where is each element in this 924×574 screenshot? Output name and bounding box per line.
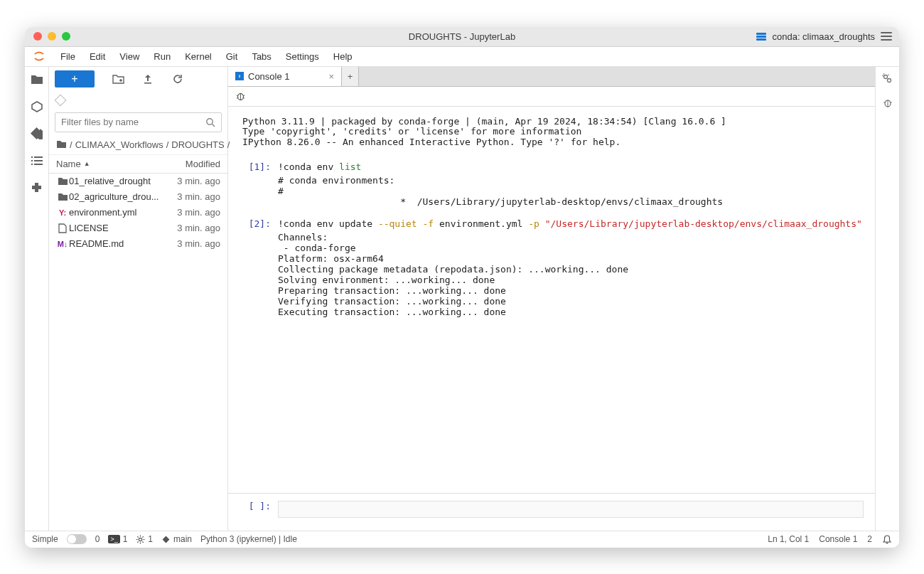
svg-point-26 [139,538,142,541]
upload-button[interactable] [141,73,154,85]
cell-code: !conda env update --quiet -f environment… [278,219,862,230]
folder-icon [56,193,69,201]
filebrowser-item[interactable]: 01_relative_drought 3 min. ago [49,174,227,189]
new-tab-button[interactable]: + [342,67,359,86]
console-cell: [1]: !conda env list [240,162,864,173]
svg-rect-11 [144,83,151,84]
breadcrumb-item[interactable]: DROUGHTS [171,139,224,150]
running-tab-icon[interactable] [30,100,44,114]
console-icon: › [235,72,244,80]
filebrowser-item[interactable]: Y: environment.yml 3 min. ago [49,205,227,220]
menu-tabs[interactable]: Tabs [245,48,278,65]
bell-icon[interactable] [882,534,892,544]
svg-line-18 [237,97,238,98]
toc-tab-icon[interactable] [30,154,44,168]
mode-label: Simple [32,534,58,544]
menu-git[interactable]: Git [219,48,245,65]
jupyter-logo-icon [32,49,46,63]
sort-asc-icon: ▲ [84,160,90,167]
cell-code: !conda env list [278,162,361,173]
filebrowser-header-modified[interactable]: Modified [166,159,227,169]
extensions-tab-icon[interactable] [30,181,44,195]
svg-line-33 [138,541,139,542]
status-tabs[interactable]: 0 [95,534,100,544]
console-output[interactable]: Python 3.11.9 | packaged by conda-forge … [228,107,875,493]
folder-icon[interactable] [56,140,67,149]
statusbar: Simple 0 >_ 1 1 main Python 3 (ipykernel… [25,531,899,548]
debugger-icon[interactable] [882,97,893,109]
breadcrumbs: / CLIMAAX_Workflows / DROUGHTS / [49,135,227,155]
console-toolbar [228,87,875,107]
menu-file[interactable]: File [53,48,82,65]
filebrowser-item[interactable]: LICENSE 3 min. ago [49,220,227,236]
filebrowser-git-row [49,91,227,110]
git-tab-icon[interactable] [30,127,44,141]
file-name: environment.yml [69,207,163,218]
svg-line-13 [212,124,215,127]
svg-point-12 [207,118,213,124]
main-area: + / [25,67,899,531]
yaml-icon: Y: [56,208,69,217]
console-input-area: [ ]: [228,493,875,531]
menu-edit[interactable]: Edit [82,48,112,65]
status-branch[interactable]: main [161,534,192,544]
editor-area: › Console 1 × + Python 3.11.9 | packaged… [228,67,875,531]
bug-icon[interactable] [235,91,246,102]
file-icon [56,223,69,233]
tab-console[interactable]: › Console 1 × [228,67,342,86]
svg-point-20 [884,75,888,78]
menu-help[interactable]: Help [326,48,360,65]
file-modified: 3 min. ago [163,176,220,186]
left-activity-bar [25,67,49,531]
refresh-button[interactable] [171,73,184,85]
git-status-icon[interactable] [55,94,67,106]
simple-mode-toggle[interactable] [67,534,87,544]
close-tab-button[interactable]: × [328,71,334,82]
svg-rect-4 [34,156,43,158]
svg-marker-0 [32,102,42,112]
status-right-num: 2 [867,534,872,544]
filebrowser-tab-icon[interactable] [30,73,44,87]
file-name: LICENSE [69,223,163,233]
menu-view[interactable]: View [112,48,146,65]
filebrowser-filter-input[interactable] [61,117,205,127]
console-banner: Python 3.11.9 | packaged by conda-forge … [242,117,864,149]
menu-run[interactable]: Run [146,48,178,65]
status-ln-col[interactable]: Ln 1, Col 1 [768,534,809,544]
window-title: DROUGHTS - JupyterLab [25,31,899,42]
console-input[interactable] [278,501,864,518]
breadcrumb-item[interactable]: CLIMAAX_Workflows [75,139,163,150]
property-inspector-icon[interactable] [881,73,893,85]
menubar: File Edit View Run Kernel Git Tabs Setti… [25,47,899,67]
svg-rect-7 [31,164,33,165]
cell-prompt: [1]: [240,162,278,173]
filebrowser-item[interactable]: M↓ README.md 3 min. ago [49,236,227,252]
svg-line-32 [143,541,144,542]
status-terminals[interactable]: >_ 1 [108,534,127,544]
branch-icon [161,535,171,544]
svg-rect-3 [31,156,33,158]
cell-output: Channels: - conda-forge Platform: osx-ar… [278,233,864,318]
filebrowser-header: Name ▲ Modified [49,155,227,174]
tabbar: › Console 1 × + [228,67,875,87]
filebrowser-search [55,112,222,132]
svg-rect-6 [34,160,43,161]
tab-label: Console 1 [248,71,290,82]
search-icon [205,117,215,127]
status-kernel[interactable]: Python 3 (ipykernel) | Idle [200,534,297,544]
new-launcher-button[interactable]: + [55,70,95,87]
svg-line-31 [138,536,139,537]
svg-rect-8 [34,164,43,165]
menu-settings[interactable]: Settings [279,48,326,65]
menu-kernel[interactable]: Kernel [178,48,219,65]
svg-line-34 [143,536,144,537]
filebrowser-item[interactable]: 02_agriculture_drou... 3 min. ago [49,189,227,205]
status-kernels[interactable]: 1 [136,534,153,544]
file-modified: 3 min. ago [163,223,220,233]
file-modified: 3 min. ago [163,207,220,218]
new-folder-button[interactable] [112,73,124,85]
status-console[interactable]: Console 1 [819,534,857,544]
filebrowser-header-name[interactable]: Name ▲ [49,159,166,169]
svg-rect-35 [163,536,170,543]
input-prompt: [ ]: [240,501,278,511]
